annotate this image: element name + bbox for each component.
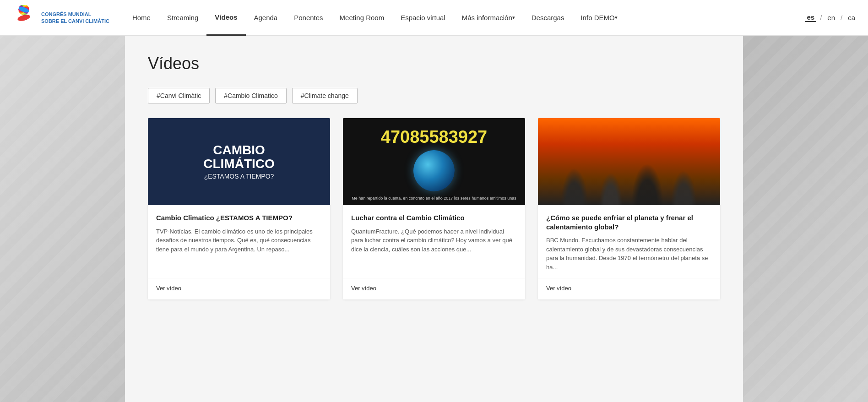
video-body-1: Cambio Climatico ¿ESTAMOS A TIEMPO? TVP-… [148,205,330,278]
nav-espacio-virtual[interactable]: Espacio virtual [392,0,454,36]
page-background: Vídeos #Canvi Climàtic #Cambio Climatico… [0,36,868,402]
video-footer-3: Ver vídeo [538,278,720,299]
video-thumbnail-2: 47085583927 Me han repartido la cuenta, … [343,118,525,205]
video-title-3: ¿Cómo se puede enfriar el planeta y fren… [546,213,712,231]
lang-sep-1: / [820,14,822,22]
video-thumbnail-3 [538,118,720,205]
nav-mas-informacion[interactable]: Más información [454,0,523,36]
video-body-3: ¿Cómo se puede enfriar el planeta y fren… [538,205,720,278]
nav-meeting-room[interactable]: Meeting Room [331,0,393,36]
nav-streaming[interactable]: Streaming [159,0,206,36]
video-card-3: ¿Cómo se puede enfriar el planeta y fren… [538,118,720,299]
nav-videos[interactable]: Vídeos [206,0,245,36]
video-body-2: Luchar contra el Cambio Climático Quantu… [343,205,525,278]
video-thumb-text-1: CAMBIOCLIMÁTICO¿ESTAMOS A TIEMPO? [199,139,279,185]
navbar: CONGRÉS MUNDIAL SOBRE EL CANVI CLIMÀTIC … [0,0,868,36]
video-card-1: CAMBIOCLIMÁTICO¿ESTAMOS A TIEMPO? Cambio… [148,118,330,299]
lang-ca[interactable]: ca [846,14,857,22]
content-area: Vídeos #Canvi Climàtic #Cambio Climatico… [125,36,743,402]
ver-video-link-3[interactable]: Ver vídeo [546,285,571,292]
svg-point-9 [17,13,31,22]
video-title-2: Luchar contra el Cambio Climático [351,213,517,223]
tag-climate-change[interactable]: #Climate change [292,88,358,103]
nav-info-demo[interactable]: Info DEMO [572,0,625,36]
logo-icon [11,5,37,31]
lang-en[interactable]: en [825,14,837,22]
language-switcher: es / en / ca [805,13,857,22]
video-thumb-globe-2 [413,150,455,191]
video-thumb-smoke-3 [538,118,720,205]
video-footer-1: Ver vídeo [148,278,330,299]
logo-link[interactable]: CONGRÉS MUNDIAL SOBRE EL CANVI CLIMÀTIC [11,5,109,31]
video-thumb-number-2: 47085583927 [343,127,525,147]
lang-es[interactable]: es [805,13,816,22]
nav-home[interactable]: Home [124,0,159,36]
video-thumb-subtext-1: ¿ESTAMOS A TIEMPO? [203,173,275,180]
lang-sep-2: / [841,14,842,22]
video-title-1: Cambio Climatico ¿ESTAMOS A TIEMPO? [156,213,322,223]
video-desc-3: BBC Mundo. Escuchamos constantemente hab… [546,236,712,272]
logo-text: CONGRÉS MUNDIAL SOBRE EL CANVI CLIMÀTIC [41,11,109,24]
nav-links: Home Streaming Vídeos Agenda Ponentes Me… [124,0,805,36]
nav-ponentes[interactable]: Ponentes [286,0,331,36]
video-thumbnail-1: CAMBIOCLIMÁTICO¿ESTAMOS A TIEMPO? [148,118,330,205]
ver-video-link-2[interactable]: Ver vídeo [351,285,376,292]
ver-video-link-1[interactable]: Ver vídeo [156,285,181,292]
tag-cambio-climatico[interactable]: #Cambio Climatico [215,88,286,103]
video-card-2: 47085583927 Me han repartido la cuenta, … [343,118,525,299]
video-desc-2: QuantumFracture. ¿Qué podemos hacer a ni… [351,227,517,272]
video-grid: CAMBIOCLIMÁTICO¿ESTAMOS A TIEMPO? Cambio… [148,118,720,299]
nav-descargas[interactable]: Descargas [523,0,573,36]
tags-row: #Canvi Climàtic #Cambio Climatico #Clima… [148,88,720,103]
video-thumb-label-2: Me han repartido la cuenta, en concreto … [343,196,525,201]
video-footer-2: Ver vídeo [343,278,525,299]
nav-agenda[interactable]: Agenda [246,0,286,36]
video-desc-1: TVP-Notícias. El cambio climático es uno… [156,227,322,272]
page-title: Vídeos [148,54,720,73]
tag-canvi-climatic[interactable]: #Canvi Climàtic [148,88,210,103]
